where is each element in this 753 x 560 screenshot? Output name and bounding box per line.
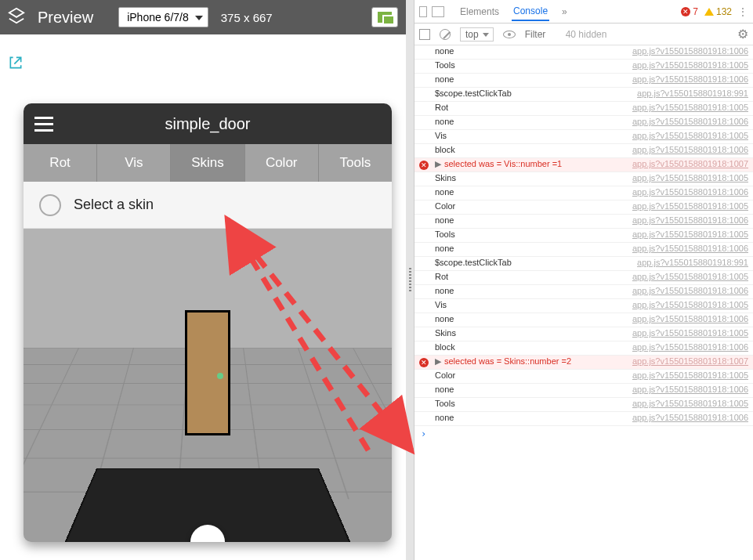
source-link[interactable]: app.js?v1550158801918:991: [637, 258, 748, 267]
popout-icon[interactable]: [8, 55, 24, 74]
source-link[interactable]: app.js?v1550158801918:1006: [632, 244, 748, 253]
devtools-tabs: Elements Console » ✕7 132 ⋮: [415, 0, 753, 23]
preview-toolbar: Preview iPhone 6/7/8 375 x 667: [0, 0, 406, 34]
tab-vis[interactable]: Vis: [97, 144, 171, 182]
tab-console[interactable]: Console: [512, 2, 549, 21]
source-link[interactable]: app.js?v1550158801918:1006: [632, 187, 748, 197]
console-row: Visapp.js?v1550158801918:1005: [415, 299, 753, 313]
source-link[interactable]: app.js?v1550158801918:1006: [632, 117, 748, 126]
console-row: noneapp.js?v1550158801918:1006: [415, 243, 753, 257]
skin-row[interactable]: Select a skin: [24, 182, 392, 229]
source-link[interactable]: app.js?v1550158801918:991: [637, 89, 748, 98]
console-row: noneapp.js?v1550158801918:1006: [415, 45, 753, 60]
more-tabs-icon[interactable]: »: [562, 6, 567, 17]
scene-3d[interactable]: [24, 229, 392, 542]
door-model[interactable]: [185, 310, 230, 435]
source-link[interactable]: app.js?v1550158801918:1005: [632, 173, 748, 182]
console-row: Skinsapp.js?v1550158801918:1005: [415, 172, 753, 186]
svg-line-1: [14, 57, 20, 63]
phone-preview: simple_door RotVisSkinsColorTools Select…: [24, 103, 392, 542]
source-link[interactable]: app.js?v1550158801918:1005: [632, 328, 748, 338]
devtools: Elements Console » ✕7 132 ⋮ top 40 hidde…: [414, 0, 753, 560]
console-row: Toolsapp.js?v1550158801918:1005: [415, 398, 753, 412]
console-row: Toolsapp.js?v1550158801918:1005: [415, 60, 753, 74]
preview-pane: Preview iPhone 6/7/8 375 x 667 simple_do…: [0, 0, 406, 560]
source-link[interactable]: app.js?v1550158801918:1005: [632, 272, 748, 281]
svg-marker-0: [9, 9, 24, 17]
source-link[interactable]: app.js?v1550158801918:1006: [632, 314, 748, 323]
app-title: simple_door: [24, 115, 392, 133]
console-row: noneapp.js?v1550158801918:1006: [415, 384, 753, 398]
console-body[interactable]: noneapp.js?v1550158801918:1006Toolsapp.j…: [415, 45, 753, 560]
source-link[interactable]: app.js?v1550158801918:1006: [632, 286, 748, 295]
console-row: Rotapp.js?v1550158801918:1005: [415, 271, 753, 285]
console-row: Toolsapp.js?v1550158801918:1005: [415, 229, 753, 243]
console-row: noneapp.js?v1550158801918:1006: [415, 313, 753, 327]
console-row: noneapp.js?v1550158801918:1006: [415, 116, 753, 130]
error-icon: ✕: [419, 358, 429, 367]
clear-console-icon[interactable]: [440, 29, 451, 40]
tab-rot[interactable]: Rot: [24, 144, 97, 182]
tab-color[interactable]: Color: [245, 144, 319, 182]
device-dropdown[interactable]: iPhone 6/7/8: [118, 7, 208, 27]
source-link[interactable]: app.js?v1550158801918:1005: [632, 131, 748, 140]
console-row: Colorapp.js?v1550158801918:1005: [415, 201, 753, 215]
source-link[interactable]: app.js?v1550158801918:1006: [632, 385, 748, 394]
preview-title: Preview: [38, 9, 93, 27]
device-dimensions: 375 x 667: [221, 11, 273, 24]
kebab-icon[interactable]: ⋮: [738, 6, 748, 17]
source-link[interactable]: app.js?v1550158801918:1006: [632, 74, 748, 84]
source-link[interactable]: app.js?v1550158801918:1005: [632, 370, 748, 380]
splitter[interactable]: [406, 0, 414, 560]
chevron-down-icon: [195, 16, 203, 20]
filter-input[interactable]: [525, 29, 556, 40]
tab-skins[interactable]: Skins: [171, 144, 244, 182]
console-row: Visapp.js?v1550158801918:1005: [415, 130, 753, 144]
context-dropdown[interactable]: top: [460, 27, 494, 42]
source-link[interactable]: app.js?v1550158801918:1005: [632, 300, 748, 309]
source-link[interactable]: app.js?v1550158801918:1007: [632, 159, 748, 168]
error-icon: ✕: [419, 161, 429, 170]
source-link[interactable]: app.js?v1550158801918:1006: [632, 145, 748, 154]
console-row: $scope.testClickTabapp.js?v1550158801918…: [415, 257, 753, 271]
source-link[interactable]: app.js?v1550158801918:1006: [632, 342, 748, 352]
eye-icon[interactable]: [503, 31, 516, 38]
source-link[interactable]: app.js?v1550158801918:1005: [632, 201, 748, 211]
console-row: noneapp.js?v1550158801918:1006: [415, 285, 753, 299]
device-toggle-icon[interactable]: [419, 6, 444, 17]
error-count[interactable]: ✕7: [681, 6, 698, 17]
console-prompt[interactable]: ›: [415, 426, 753, 442]
source-link[interactable]: app.js?v1550158801918:1005: [632, 60, 748, 70]
app-titlebar: simple_door: [24, 103, 392, 144]
source-link[interactable]: app.js?v1550158801918:1005: [632, 229, 748, 239]
warning-count[interactable]: 132: [704, 6, 732, 17]
source-link[interactable]: app.js?v1550158801918:1006: [632, 215, 748, 225]
hidden-count: 40 hidden: [566, 29, 607, 40]
gear-icon[interactable]: ⚙: [737, 27, 748, 42]
source-link[interactable]: app.js?v1550158801918:1005: [632, 399, 748, 408]
source-link[interactable]: app.js?v1550158801918:1007: [632, 356, 748, 366]
tab-tools[interactable]: Tools: [319, 144, 392, 182]
console-row: blockapp.js?v1550158801918:1006: [415, 341, 753, 356]
tab-bar: RotVisSkinsColorTools: [24, 144, 392, 182]
console-row: Rotapp.js?v1550158801918:1005: [415, 102, 753, 116]
console-row: ✕▶selected was = Skins::number =2app.js?…: [415, 356, 753, 370]
device-selector: iPhone 6/7/8 375 x 667: [118, 7, 273, 27]
source-link[interactable]: app.js?v1550158801918:1006: [632, 413, 748, 422]
console-row: Colorapp.js?v1550158801918:1005: [415, 370, 753, 384]
source-link[interactable]: app.js?v1550158801918:1006: [632, 46, 748, 56]
radio-icon[interactable]: [39, 194, 61, 216]
tab-elements[interactable]: Elements: [458, 3, 501, 20]
console-row: noneapp.js?v1550158801918:1006: [415, 215, 753, 229]
console-row: noneapp.js?v1550158801918:1006: [415, 186, 753, 201]
source-link[interactable]: app.js?v1550158801918:1005: [632, 103, 748, 112]
console-row: Skinsapp.js?v1550158801918:1005: [415, 327, 753, 341]
console-row: $scope.testClickTabapp.js?v1550158801918…: [415, 88, 753, 102]
device-name: iPhone 6/7/8: [127, 11, 189, 23]
layers-icon: [8, 7, 25, 27]
console-row: noneapp.js?v1550158801918:1006: [415, 412, 753, 426]
console-toolbar: top 40 hidden ⚙: [415, 23, 753, 45]
clone-button[interactable]: [371, 7, 398, 27]
console-row: blockapp.js?v1550158801918:1006: [415, 144, 753, 158]
play-icon[interactable]: [419, 29, 430, 40]
